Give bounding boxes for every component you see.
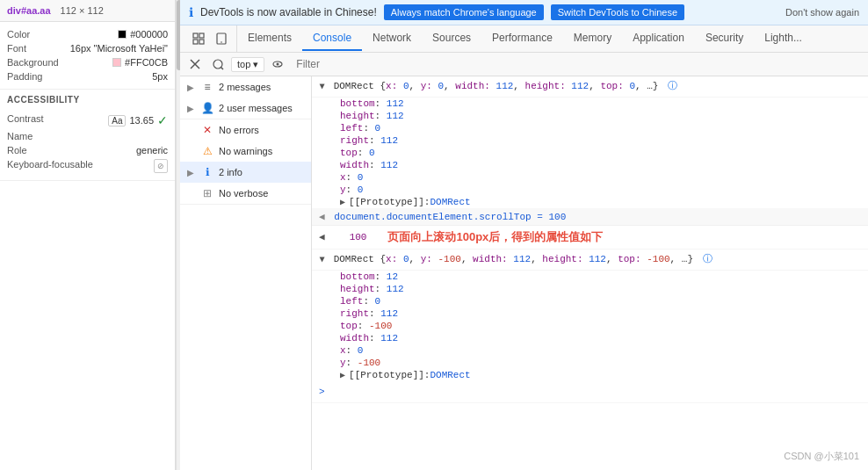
domrect-entry-1[interactable]: ▶ DOMRect {x: 0, y: 0, width: 112, heigh… xyxy=(312,76,868,98)
tab-memory[interactable]: Memory xyxy=(563,26,622,51)
filter-input[interactable] xyxy=(291,56,863,72)
clear-console-btn[interactable] xyxy=(185,54,205,74)
prop-right-1: right: 112 xyxy=(312,134,868,147)
domrect-info-btn-2[interactable]: ⓘ xyxy=(703,254,712,264)
console-output[interactable]: ▶ DOMRect {x: 0, y: 0, width: 112, heigh… xyxy=(312,76,868,470)
msg-item-warnings[interactable]: ⚠ No warnings xyxy=(180,141,311,162)
domrect-header-2: DOMRect {x: 0, y: -100, width: 112, heig… xyxy=(334,254,712,264)
role-label: Role xyxy=(7,145,27,155)
msg-label-warnings: No warnings xyxy=(219,146,272,156)
command-text-1: document.documentElement.scrollTop = 100 xyxy=(334,212,566,222)
msg-group-all: ▶ ≡ 2 messages ▶ 👤 2 user messages xyxy=(180,76,311,119)
tab-performance[interactable]: Performance xyxy=(481,26,563,51)
msg-label-user: 2 user messages xyxy=(219,103,293,113)
font-label: Font xyxy=(7,43,26,54)
computed-props: Color #000000 Font 16px "Microsoft YaHei… xyxy=(0,22,175,90)
result-entry: ◀ 100 页面向上滚动100px后，得到的属性值如下 xyxy=(312,226,868,250)
font-value: 16px "Microsoft YaHei" xyxy=(70,43,168,54)
prop-top-1: top: 0 xyxy=(312,147,868,159)
keyboard-label: Keyboard-focusable xyxy=(7,159,93,173)
check-icon: ✓ xyxy=(157,113,168,127)
level-select[interactable]: top ▾ xyxy=(231,57,264,72)
messages-icon: ≡ xyxy=(201,81,213,93)
name-label: Name xyxy=(7,131,33,141)
inspector-icon-btn[interactable] xyxy=(189,29,208,48)
tab-lighthouse[interactable]: Lighth... xyxy=(754,26,813,51)
msg-item-user-messages[interactable]: ▶ 👤 2 user messages xyxy=(180,98,311,119)
prop-top-2: top: -100 xyxy=(312,320,868,332)
verbose-icon: ⊞ xyxy=(201,187,213,199)
msg-item-verbose[interactable]: ⊞ No verbose xyxy=(180,183,311,204)
console-prompt[interactable]: > xyxy=(312,381,868,404)
color-swatch-black xyxy=(118,30,127,39)
msg-label-errors: No errors xyxy=(219,125,259,135)
result-value: 100 xyxy=(343,228,374,247)
role-value: generic xyxy=(136,145,168,155)
svg-rect-1 xyxy=(193,40,198,44)
switch-language-button[interactable]: Switch DevTools to Chinese xyxy=(551,4,684,20)
console-main: ▶ ≡ 2 messages ▶ 👤 2 user messages ✕ No … xyxy=(180,76,868,470)
prop-bottom-2: bottom: 12 xyxy=(312,271,868,283)
msg-item-all-messages[interactable]: ▶ ≡ 2 messages xyxy=(180,76,311,98)
element-name: div#aa.aa xyxy=(7,5,51,16)
svg-point-11 xyxy=(277,63,279,66)
proto-arrow-2: ▶ xyxy=(340,370,345,380)
info-icon: ℹ xyxy=(189,5,193,19)
msg-item-info[interactable]: ▶ ℹ 2 info xyxy=(180,162,311,183)
prototype-row-1: ▶ [[Prototype]]: DOMRect xyxy=(312,196,868,208)
contrast-prop: Contrast Aa 13.65 ✓ xyxy=(7,112,168,129)
proto-arrow-1: ▶ xyxy=(340,197,345,207)
color-label: Color xyxy=(7,29,30,40)
warning-icon: ⚠ xyxy=(201,145,213,157)
bg-value: #FFC0CB xyxy=(112,57,168,68)
tab-console[interactable]: Console xyxy=(302,26,362,51)
font-prop: Font 16px "Microsoft YaHei" xyxy=(7,41,168,55)
tab-application[interactable]: Application xyxy=(622,26,695,51)
match-language-button[interactable]: Always match Chrome's language xyxy=(384,4,544,20)
filter-icon-btn[interactable] xyxy=(208,54,228,74)
msg-item-errors[interactable]: ✕ No errors xyxy=(180,119,311,141)
tab-sources[interactable]: Sources xyxy=(422,26,481,51)
expand-arrow-2: ▶ xyxy=(315,257,329,262)
svg-rect-3 xyxy=(199,40,204,44)
tab-security[interactable]: Security xyxy=(695,26,754,51)
dont-show-button[interactable]: Don't show again xyxy=(785,7,859,18)
color-prop: Color #000000 xyxy=(7,27,168,41)
devtools-right-panel: ℹ DevTools is now available in Chinese! … xyxy=(180,0,868,470)
msg-label-verbose: No verbose xyxy=(219,188,268,199)
expand-icon-info: ▶ xyxy=(187,168,196,177)
tab-elements[interactable]: Elements xyxy=(237,26,302,51)
keyboard-value: ⊘ xyxy=(154,159,168,173)
prototype-row-2: ▶ [[Prototype]]: DOMRect xyxy=(312,369,868,381)
color-value: #000000 xyxy=(118,29,168,40)
device-mode-icon-btn[interactable] xyxy=(212,29,231,48)
padding-value: 5px xyxy=(152,71,168,82)
element-size: 112 × 112 xyxy=(61,5,104,16)
domrect-entry-2[interactable]: ▶ DOMRect {x: 0, y: -100, width: 112, he… xyxy=(312,249,868,271)
svg-line-9 xyxy=(221,68,224,70)
prop-left-2: left: 0 xyxy=(312,295,868,307)
prop-height-2: height: 112 xyxy=(312,283,868,295)
background-prop: Background #FFC0CB xyxy=(7,55,168,69)
level-value: top ▾ xyxy=(237,59,258,70)
prompt-arrow: > xyxy=(319,387,325,397)
domrect-info-btn-1[interactable]: ⓘ xyxy=(668,81,677,91)
prop-width-1: width: 112 xyxy=(312,159,868,171)
prop-width-2: width: 112 xyxy=(312,332,868,344)
svg-rect-0 xyxy=(193,33,198,38)
expand-icon-messages: ▶ xyxy=(187,83,196,92)
prop-left-1: left: 0 xyxy=(312,122,868,134)
padding-label: Padding xyxy=(7,71,42,82)
prop-bottom-1: bottom: 112 xyxy=(312,98,868,110)
accessibility-header: ACCESSIBILITY xyxy=(0,90,175,106)
info-bar: ℹ DevTools is now available in Chinese! … xyxy=(180,0,868,25)
tabs-bar: Elements Console Network Sources Perform… xyxy=(180,25,868,53)
prompt-icon: ◀ xyxy=(319,212,325,222)
aa-badge: Aa xyxy=(108,115,126,127)
prop-y-2: y: -100 xyxy=(312,357,868,369)
tab-network[interactable]: Network xyxy=(362,26,422,51)
chinese-comment: 页面向上滚动100px后，得到的属性值如下 xyxy=(387,228,603,246)
contrast-label: Contrast xyxy=(7,113,44,127)
eye-icon-btn[interactable] xyxy=(268,54,287,74)
padding-prop: Padding 5px xyxy=(7,69,168,83)
